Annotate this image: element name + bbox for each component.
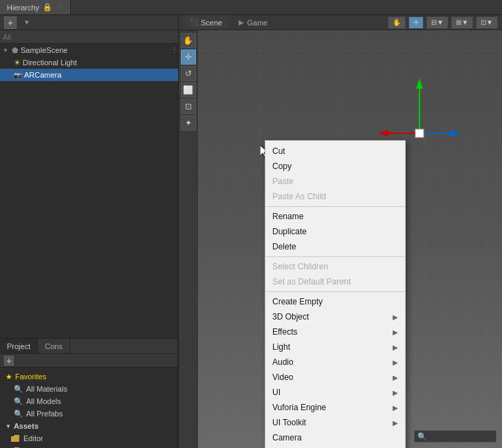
ctx-audio[interactable]: Audio ▶: [265, 355, 405, 370]
ctx-delete-label: Delete: [272, 242, 296, 251]
all-models-item[interactable]: 🔍 All Models: [3, 395, 175, 407]
unity-icon: ⬟: [12, 46, 19, 55]
scene-gizmo-hand[interactable]: ✋: [388, 16, 406, 29]
ctx-cut[interactable]: Cut: [265, 144, 405, 159]
all-prefabs-item[interactable]: 🔍 All Prefabs: [3, 407, 175, 420]
rotate-tool[interactable]: ↺: [181, 66, 196, 81]
ctx-light-label: Light: [272, 342, 290, 352]
all-prefabs-label: All Prefabs: [26, 410, 63, 418]
scene-tab[interactable]: ⬛ Scene: [183, 15, 229, 30]
ctx-effects-label: Effects: [272, 327, 297, 337]
game-tab-label: Game: [247, 19, 268, 27]
add-button[interactable]: +: [4, 16, 17, 29]
folder-icon-editor: [11, 435, 19, 442]
scene-tab-label: Scene: [201, 19, 222, 27]
scene-game-tabs: ⬛ Scene ▶ Game ✋ ✛ ⊟▼ ⊞▼ ⊡▼: [179, 15, 502, 30]
ctx-ui[interactable]: UI ▶: [265, 385, 405, 400]
game-tab[interactable]: ▶ Game: [232, 15, 274, 30]
ctx-camera[interactable]: Camera: [265, 430, 405, 445]
right-panel: ⬛ Scene ▶ Game ✋ ✛ ⊟▼ ⊞▼ ⊡▼ ✋ ✛ ↺ ⬜: [179, 15, 502, 448]
ctx-3d-object-label: 3D Object: [272, 312, 309, 322]
scene-dots[interactable]: ⋮: [171, 46, 178, 55]
light-icon: ☀: [14, 58, 21, 67]
ctx-rename-label: Rename: [272, 212, 303, 221]
svg-marker-6: [450, 130, 461, 137]
ctx-vuforia-engine-label: Vuforia Engine: [272, 403, 326, 412]
ctx-duplicate[interactable]: Duplicate: [265, 224, 405, 239]
ctx-visual-scripting[interactable]: Visual Scripting Scene Variables: [265, 445, 405, 448]
ctx-set-default-parent: Set as Default Parent: [265, 274, 405, 289]
svg-rect-7: [415, 129, 424, 137]
hand-tool[interactable]: ✋: [181, 33, 196, 48]
ctx-video-arrow: ▶: [393, 374, 398, 381]
ctx-video-label: Video: [272, 372, 293, 382]
ctx-ui-arrow: ▶: [393, 389, 398, 396]
ctx-copy[interactable]: Copy: [265, 159, 405, 174]
arcamera-label: ARCamera: [24, 71, 61, 79]
project-panel-content: ★ Favorites 🔍 All Materials 🔍 All Models…: [0, 368, 177, 448]
bottom-panels: Project Cons + ★ Favorites: [0, 338, 178, 448]
ctx-copy-label: Copy: [272, 161, 292, 171]
scene-gizmo-grid[interactable]: ⊞▼: [451, 16, 473, 29]
ctx-3d-object-arrow: ▶: [393, 313, 398, 321]
ctx-sep-2: [265, 256, 405, 257]
tree-item-directional-light[interactable]: ☀ Directional Light: [0, 56, 178, 69]
console-tab[interactable]: Cons: [38, 339, 70, 353]
console-tab-label: Cons: [45, 342, 63, 350]
ctx-create-empty[interactable]: Create Empty: [265, 294, 405, 309]
scene-arrow: ▼: [3, 47, 10, 54]
transform-tool[interactable]: ✦: [181, 115, 196, 131]
main-layout: + ▼ ▼ ⬟ SampleScene ⋮ ☀ Directional Ligh…: [0, 15, 502, 448]
scene-gizmo-rotate[interactable]: ✛: [408, 16, 424, 29]
svg-marker-4: [378, 130, 389, 137]
tools-strip: ✋ ✛ ↺ ⬜ ⊡ ✦: [179, 30, 198, 448]
favorites-header[interactable]: ★ Favorites: [3, 370, 175, 383]
project-panel: Project Cons + ★ Favorites: [0, 339, 178, 448]
ctx-ui-toolkit[interactable]: UI Toolkit ▶: [265, 415, 405, 430]
resources-folder[interactable]: Resources: [3, 445, 175, 448]
project-add-btn[interactable]: +: [4, 356, 14, 366]
cube-icon: ⬛: [190, 19, 198, 26]
ctx-paste-as-child-label: Paste As Child: [272, 192, 326, 201]
ctx-delete[interactable]: Delete: [265, 239, 405, 254]
scene-gizmo-extra[interactable]: ⊡▼: [476, 16, 498, 29]
scene-root[interactable]: ▼ ⬟ SampleScene ⋮: [0, 44, 178, 56]
search-icon-materials: 🔍: [14, 385, 23, 394]
all-models-label: All Models: [26, 397, 61, 405]
scene-gizmo-dropdown[interactable]: ⊟▼: [426, 16, 448, 29]
ctx-sep-1: [265, 206, 405, 207]
lock-icon[interactable]: 🔒: [43, 3, 52, 12]
assets-arrow: ▼: [6, 423, 11, 429]
bottom-search-input[interactable]: [427, 432, 493, 440]
rect-tool[interactable]: ⊡: [181, 99, 196, 114]
ctx-3d-object[interactable]: 3D Object ▶: [265, 309, 405, 324]
ctx-rename[interactable]: Rename: [265, 209, 405, 224]
hierarchy-search-input[interactable]: [3, 33, 175, 41]
editor-folder[interactable]: Editor: [3, 432, 175, 445]
dots-icon[interactable]: ⋮: [56, 3, 63, 12]
ctx-camera-label: Camera: [272, 433, 302, 443]
ctx-vuforia-engine[interactable]: Vuforia Engine ▶: [265, 400, 405, 415]
editor-label: Editor: [23, 434, 43, 443]
scene-viewport[interactable]: ✋ ✛ ↺ ⬜ ⊡ ✦: [179, 30, 502, 448]
project-panel-header: +: [0, 354, 177, 368]
ctx-light[interactable]: Light ▶: [265, 339, 405, 355]
ctx-effects[interactable]: Effects ▶: [265, 324, 405, 339]
ctx-ui-label: UI: [272, 388, 281, 397]
assets-header[interactable]: ▼ Assets: [3, 420, 175, 432]
ctx-duplicate-label: Duplicate: [272, 227, 307, 236]
ctx-audio-label: Audio: [272, 357, 294, 367]
scale-tool[interactable]: ⬜: [181, 82, 196, 98]
move-tool[interactable]: ✛: [181, 49, 196, 65]
hierarchy-content: ▼ ⬟ SampleScene ⋮ ☀ Directional Light 📷 …: [0, 44, 178, 338]
tree-item-arcamera[interactable]: 📷 ARCamera: [0, 69, 178, 81]
search-icon-models: 🔍: [14, 397, 23, 406]
project-tab[interactable]: Project: [0, 339, 38, 353]
directional-light-label: Directional Light: [23, 58, 77, 67]
ctx-video[interactable]: Video ▶: [265, 370, 405, 385]
ctx-select-children: Select Children: [265, 259, 405, 274]
all-materials-item[interactable]: 🔍 All Materials: [3, 383, 175, 395]
ctx-paste: Paste: [265, 174, 405, 189]
hierarchy-tab[interactable]: Hierarchy 🔒 ⋮: [0, 0, 71, 14]
hierarchy-tab-label: Hierarchy: [7, 3, 39, 12]
